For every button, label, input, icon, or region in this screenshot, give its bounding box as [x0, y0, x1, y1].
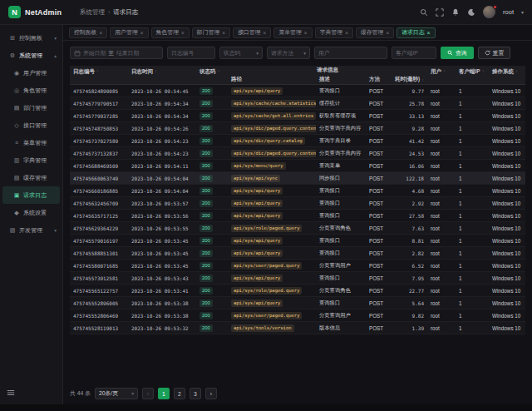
date-range-picker[interactable]: 开始日期 至 结束日期	[70, 47, 163, 59]
app-logo[interactable]: N NetAdmin	[8, 6, 62, 18]
tab-close-icon[interactable]: ×	[140, 30, 143, 36]
sidebar-item[interactable]: ▤ 部门管理	[2, 99, 60, 116]
sidebar-item[interactable]: ⊞ 控制面板 ▾	[2, 29, 60, 47]
search-button[interactable]: 查询	[441, 47, 474, 59]
sidebar-item[interactable]: ⚙ 系统管理 ▴	[2, 47, 60, 64]
column-header-os[interactable]: 操作系统↕	[489, 66, 525, 84]
chevron-down-icon[interactable]: ▾	[521, 9, 524, 15]
cell-log-time: 2023-10-26 09:54:45	[128, 88, 196, 94]
tab-close-icon[interactable]: ×	[263, 30, 266, 36]
tab-close-icon[interactable]: ×	[99, 30, 102, 36]
path-badge: api/sys/dic/paged.query.content	[231, 150, 316, 157]
cell-client-ip: 1	[456, 138, 489, 144]
cell-log-time: 2023-10-26 09:53:41	[128, 288, 196, 294]
fullscreen-icon[interactable]	[436, 8, 444, 17]
sidebar-item[interactable]: ▥ 字典管理	[2, 151, 60, 169]
sidebar-item[interactable]: ▨ 开发管理 ▾	[2, 221, 60, 239]
sidebar-collapse-icon[interactable]	[7, 385, 15, 400]
cell-path: api/sys/api/query	[228, 237, 316, 245]
cell-user: root	[427, 225, 456, 231]
cell-status: 200	[196, 250, 228, 257]
search-icon[interactable]	[420, 8, 428, 17]
tab-close-icon[interactable]: ×	[304, 30, 308, 36]
sidebar-item-label: 系统管理	[19, 52, 42, 60]
page-tab[interactable]: 接口管理 ×	[233, 27, 271, 38]
log-id-input[interactable]	[171, 50, 211, 56]
cell-user: root	[427, 238, 456, 244]
user-menu-name[interactable]: root	[503, 8, 514, 16]
tab-close-icon[interactable]: ×	[222, 30, 225, 36]
pager-button[interactable]: 2	[174, 388, 185, 399]
sort-icon: ↕	[515, 68, 518, 73]
tab-close-icon[interactable]: ×	[181, 30, 185, 36]
column-header-duration[interactable]: 耗时(毫秒)↕	[394, 75, 427, 84]
cell-client-ip: 1	[456, 163, 489, 169]
column-header-client-ip[interactable]: 客户端IP↕	[456, 66, 489, 84]
cell-user: root	[427, 300, 456, 306]
cell-os: Windows 10	[489, 88, 525, 94]
app-name: NetAdmin	[25, 8, 62, 17]
status-code-select[interactable]: 状态码 ▾	[219, 47, 263, 59]
sidebar-item[interactable]: ◎ 角色管理	[2, 82, 60, 99]
sidebar-item[interactable]: ▧ 缓存管理	[2, 169, 60, 186]
sidebar-item[interactable]: ≡ 菜单管理	[2, 134, 60, 151]
pager-button[interactable]: 3	[190, 388, 201, 399]
tab-close-icon[interactable]: ×	[386, 30, 389, 36]
cell-desc: 获取所有缓存项	[316, 112, 366, 120]
theme-toggle-moon-icon[interactable]	[467, 8, 475, 17]
pager-button[interactable]: 1	[158, 388, 170, 399]
breadcrumb-section[interactable]: 系统管理	[80, 8, 105, 17]
tab-close-icon[interactable]: ×	[345, 30, 348, 36]
pager-button[interactable]: ›	[205, 388, 217, 399]
cell-client-ip: 1	[456, 151, 489, 156]
cell-duration: 22.77	[394, 288, 427, 294]
cell-path: api/sys/user/paged.query	[228, 262, 316, 270]
notifications-bell-icon[interactable]	[451, 8, 460, 17]
cell-path: api/sys/api/query	[228, 250, 316, 257]
page-tab[interactable]: 控制面板 ×	[69, 27, 107, 38]
column-header-status[interactable]: 状态码↕	[196, 66, 228, 84]
sidebar-item[interactable]: ◇ 接口管理	[2, 116, 60, 134]
table-row: 475745528119013 2023-10-26 09:53:32 200 …	[70, 322, 525, 334]
sidebar-item-label: 请求日志	[23, 191, 47, 200]
page-tab-label: 角色管理	[156, 28, 179, 37]
page-tab[interactable]: 角色管理 ×	[151, 27, 190, 38]
cell-os: Windows 10	[489, 138, 525, 144]
column-header-user[interactable]: 用户↕	[427, 66, 456, 84]
app-window: N NetAdmin 系统管理 › 请求日志 root ▾	[0, 0, 532, 411]
reset-button[interactable]: 重置	[478, 47, 511, 59]
column-header-log-time[interactable]: 日志时间↕	[128, 66, 196, 84]
search-icon	[447, 50, 453, 56]
cell-status: 200	[196, 275, 228, 282]
sidebar-item[interactable]: ▣ 请求日志	[2, 186, 60, 204]
cell-os: Windows 10	[489, 300, 525, 306]
cell-status: 200	[196, 237, 228, 245]
column-header-path: 路径	[228, 75, 316, 84]
page-tab[interactable]: 部门管理 ×	[192, 27, 230, 38]
pager-button[interactable]: ‹	[142, 388, 154, 399]
cell-method: POST	[366, 126, 394, 131]
user-input[interactable]	[318, 50, 383, 56]
sidebar-item[interactable]: ◉ 用户管理	[2, 64, 60, 82]
page-tab[interactable]: 菜单管理 ×	[273, 27, 312, 38]
cell-client-ip: 1	[456, 250, 489, 256]
page-tab-label: 接口管理	[238, 28, 260, 37]
page-size-select[interactable]: 20条/页 ▾	[95, 388, 138, 399]
tab-close-icon[interactable]: ×	[426, 30, 430, 36]
cell-log-time: 2023-10-26 09:53:45	[128, 263, 196, 269]
column-header-log-id[interactable]: 日志编号↕	[70, 66, 128, 84]
cell-desc: 查询字典目录	[316, 137, 366, 145]
cell-method: POST	[366, 325, 394, 331]
client-ip-input[interactable]	[396, 50, 432, 56]
page-tab[interactable]: 请求日志 ×	[397, 27, 435, 38]
page-tab[interactable]: 字典管理 ×	[315, 27, 353, 38]
page-tab[interactable]: 缓存管理 ×	[356, 27, 394, 38]
avatar[interactable]	[483, 6, 495, 18]
cell-path: api/sys/api/sync	[228, 175, 316, 182]
page-size-value: 20条/页	[99, 389, 118, 398]
cell-path: api/sys/api/query	[228, 87, 316, 95]
page-tab[interactable]: 用户管理 ×	[110, 27, 148, 38]
path-badge: api/sys/api/query	[231, 237, 283, 245]
method-select[interactable]: 请求方法 ▾	[267, 47, 310, 59]
sidebar-item[interactable]: ◆ 系统设置	[2, 204, 60, 221]
